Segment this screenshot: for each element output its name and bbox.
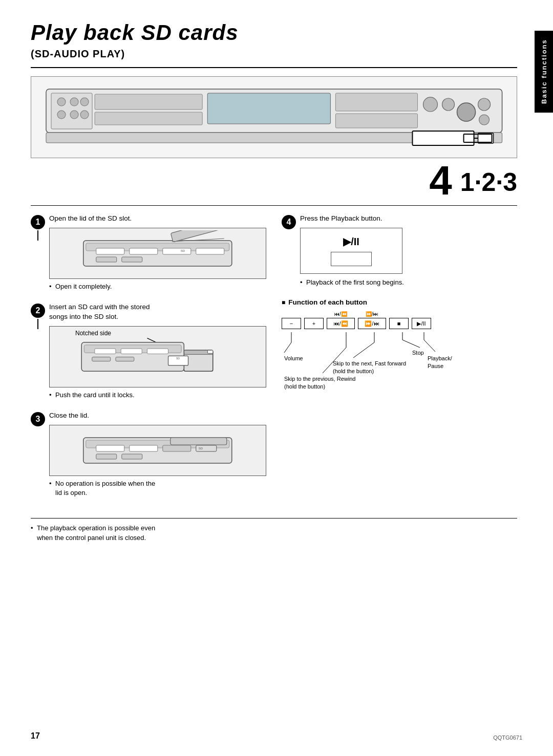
step-4-bullet: Playback of the first song begins. [306, 278, 517, 287]
svg-rect-26 [96, 248, 124, 254]
step-1-content: Open the lid of the SD slot. [49, 214, 266, 293]
svg-rect-12 [335, 114, 417, 128]
svg-rect-46 [116, 357, 134, 361]
step-1-circle: 1 [31, 215, 45, 229]
step-1-image: SD [49, 228, 266, 279]
step-4-circle: 4 [282, 215, 296, 229]
page-content: Play back SD cards (SD-AUDIO PLAY) [0, 0, 553, 565]
svg-point-8 [80, 111, 89, 119]
svg-text:SD: SD [199, 447, 203, 450]
svg-rect-41 [95, 349, 116, 354]
svg-text:Skip to the previous, Rewind: Skip to the previous, Rewind [284, 376, 355, 382]
svg-rect-1 [207, 93, 330, 124]
sub-title: (SD-AUDIO PLAY) [31, 48, 517, 60]
step-3-content: Close the lid. [49, 411, 266, 500]
step-1-svg: SD [52, 230, 264, 276]
playback-box: ▶/II [300, 228, 402, 274]
step-2-block: 2 Insert an SD card with the storedsongs… [31, 303, 266, 402]
step-header: 4 1·2·3 [31, 160, 517, 201]
svg-text:Stop: Stop [412, 350, 424, 356]
step-2-instruction: Insert an SD card with the storedsongs i… [49, 303, 266, 322]
device-image [31, 76, 517, 158]
function-title: Function of each button [282, 298, 517, 306]
svg-rect-30 [96, 257, 117, 262]
left-column: 1 Open the lid of the SD slot. [31, 214, 266, 509]
svg-rect-10 [95, 112, 202, 125]
labels-diagram: Volume Skip to the previous, Rewind (hol… [282, 332, 476, 419]
bottom-notes: The playback operation is possible evenw… [31, 518, 517, 542]
step-2-num-col: 2 [31, 303, 49, 329]
svg-text:(hold the button): (hold the button) [284, 383, 325, 390]
svg-line-66 [353, 342, 374, 358]
vol-minus-btn-group: − [282, 318, 301, 329]
step-3-num-col: 3 [31, 411, 49, 426]
svg-rect-50 [171, 438, 227, 445]
svg-rect-11 [335, 93, 417, 111]
svg-text:Skip to the next, Fast forward: Skip to the next, Fast forward [333, 360, 406, 366]
vol-plus-btn[interactable]: + [304, 318, 324, 329]
svg-point-16 [478, 98, 490, 111]
play-btn[interactable]: ▶/II [412, 318, 431, 329]
svg-rect-53 [163, 445, 191, 451]
right-column: 4 Press the Playback button. ▶/II Playba… [282, 214, 517, 509]
svg-point-17 [479, 115, 489, 125]
step-4-block: 4 Press the Playback button. ▶/II Playba… [282, 214, 517, 289]
doc-code: QQTG0671 [493, 735, 522, 741]
play-btn-group: ▶/II [412, 318, 431, 329]
big-step-number: 4 [429, 160, 452, 201]
next-btn-label-above: ⏩/⏭ [366, 311, 378, 317]
svg-rect-57 [122, 454, 142, 459]
step-4-instruction: Press the Playback button. [300, 214, 517, 224]
svg-text:Pause: Pause [428, 363, 443, 369]
bottom-note-text: The playback operation is possible evenw… [37, 524, 517, 542]
svg-point-6 [57, 111, 66, 119]
svg-point-13 [423, 97, 437, 112]
stop-btn[interactable]: ■ [389, 318, 409, 329]
svg-rect-52 [130, 445, 158, 451]
svg-point-5 [80, 98, 89, 106]
step-3-bullet: No operation is possible when thelid is … [55, 479, 266, 498]
svg-rect-31 [122, 257, 142, 262]
prev-btn[interactable]: ⏮/⏪ [327, 318, 355, 329]
svg-line-70 [402, 340, 420, 348]
next-btn-group: ⏩/⏭ ⏩/⏭ [358, 311, 386, 329]
side-tab-label: Basic functions [540, 39, 548, 104]
step-1-line [37, 230, 38, 241]
svg-rect-45 [92, 357, 111, 361]
step-3-circle: 3 [31, 412, 45, 426]
svg-text:SD: SD [176, 356, 180, 359]
svg-text:Playback/: Playback/ [428, 355, 453, 361]
next-btn[interactable]: ⏩/⏭ [358, 318, 386, 329]
step-1-block: 1 Open the lid of the SD slot. [31, 214, 266, 293]
svg-line-73 [424, 340, 435, 352]
playback-symbol: ▶/II [343, 235, 359, 248]
section-divider [31, 205, 517, 206]
step-1-num-col: 1 [31, 214, 49, 241]
vol-minus-btn[interactable]: − [282, 318, 301, 329]
labels-svg: Volume Skip to the previous, Rewind (hol… [282, 332, 476, 419]
step-2-content: Insert an SD card with the storedsongs i… [49, 303, 266, 402]
two-col-layout: 1 Open the lid of the SD slot. [31, 214, 517, 509]
device-svg [44, 81, 505, 153]
svg-point-15 [457, 103, 475, 121]
notched-label: Notched side [75, 330, 111, 337]
step-3-block: 3 Close the lid. [31, 411, 266, 500]
step-4-num-col: 4 [282, 214, 300, 229]
svg-point-14 [442, 98, 454, 111]
step-4-content: Press the Playback button. ▶/II Playback… [300, 214, 517, 289]
svg-rect-9 [95, 94, 202, 110]
vol-plus-btn-group: + [304, 318, 324, 329]
main-title: Play back SD cards [31, 20, 517, 45]
svg-rect-51 [96, 445, 124, 451]
step-2-image: Notched side [49, 326, 266, 387]
svg-point-4 [70, 98, 78, 106]
svg-rect-27 [130, 248, 158, 254]
svg-rect-38 [207, 350, 212, 353]
step-3-svg: SD [52, 427, 264, 473]
function-area: Function of each button − + ⏮/⏪ ⏮/⏪ [282, 298, 517, 419]
prev-btn-group: ⏮/⏪ ⏮/⏪ [327, 311, 355, 329]
side-tab: Basic functions [535, 31, 553, 113]
title-divider [31, 67, 517, 68]
svg-rect-19 [412, 131, 474, 145]
svg-rect-29 [196, 248, 224, 254]
